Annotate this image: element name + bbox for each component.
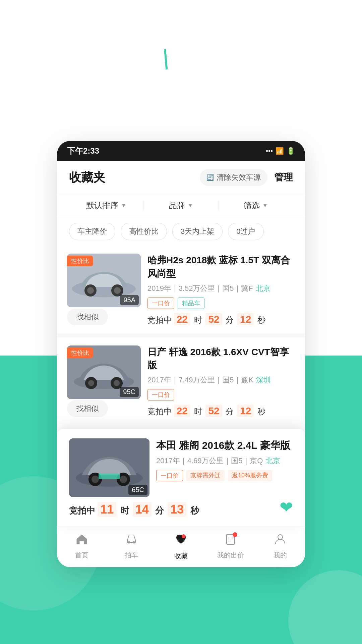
car-tags-1: 一口价 精品车 (147, 298, 295, 309)
clear-invalid-button[interactable]: 🔄 清除失效车源 (200, 169, 267, 186)
bid-icon (224, 532, 237, 549)
car-item[interactable]: 性价比 95A 找相似 哈弗H2s 2018款 蓝标 1.5T 双离合风尚型 2… (57, 246, 305, 333)
bottom-nav: 首页 拍车 (57, 526, 305, 567)
auction-hours-2: 22 (174, 405, 190, 417)
tag-high-value[interactable]: 高性价比 (121, 223, 167, 240)
svg-point-11 (114, 380, 120, 386)
sort-label: 默认排序 (86, 200, 118, 211)
car-emission-1: 国5 (222, 283, 234, 293)
auction-seconds-3: 13 (168, 502, 186, 517)
quality-badge-2: 性价比 (67, 347, 93, 358)
home-icon (75, 532, 88, 549)
screen-arrow: ▼ (262, 203, 268, 209)
car-icon (125, 532, 138, 549)
favorites-icon (174, 532, 188, 549)
filter-bar: 默认排序 ▼ 品牌 ▼ 筛选 ▼ (57, 194, 305, 217)
car-plate-2: 豫K (241, 375, 253, 385)
car-tag-3-2: 返10%服务费 (228, 470, 272, 481)
nav-auction[interactable]: 拍车 (111, 532, 152, 560)
car-year-3: 2017年 (156, 456, 180, 466)
nav-profile[interactable]: 我的 (260, 532, 300, 560)
nav-mybid-label: 我的出价 (217, 551, 244, 560)
brand-label: 品牌 (169, 200, 185, 211)
svg-point-9 (88, 380, 94, 386)
car-tag-1-0: 一口价 (147, 298, 174, 309)
car-meta-2: 2017年 | 7.49万公里 | 国5 | 豫K 深圳 (147, 375, 295, 385)
phone-mockup: 下午2:33 ••• 📶 🔋 收藏夹 🔄 清除失效车源 管理 默认排序 ▼ (57, 141, 305, 567)
status-bar: 下午2:33 ••• 📶 🔋 (57, 141, 305, 161)
favorite-heart-button[interactable]: ❤ (280, 498, 293, 517)
app-header-title: 收藏夹 (69, 169, 105, 186)
auction-seconds-1: 12 (237, 313, 254, 325)
car-emission-3: 国5 (231, 456, 242, 466)
tag-new-listing[interactable]: 3天内上架 (172, 223, 223, 240)
car-year-1: 2019年 (147, 283, 171, 293)
car-location-1: 北京 (256, 283, 270, 293)
car-tags-3: 一口价 京牌需外迁 返10%服务费 (156, 470, 293, 481)
score-badge-3: 65C (128, 485, 147, 495)
header-actions: 🔄 清除失效车源 管理 (200, 169, 293, 186)
car-tag-3-0: 一口价 (156, 470, 183, 481)
wifi-icon: 📶 (276, 147, 284, 155)
car-name-2: 日产 轩逸 2016款 1.6XV CVT智享版 (147, 345, 295, 372)
nav-favorites[interactable]: 收藏 (161, 532, 201, 560)
car-info-1: 哈弗H2s 2018款 蓝标 1.5T 双离合风尚型 2019年 | 3.52万… (147, 254, 295, 325)
car-tag-3-1: 京牌需外迁 (186, 470, 225, 481)
car-image-wrap: 性价比 95A (67, 254, 141, 307)
profile-icon (274, 532, 287, 549)
car-emission-2: 国5 (222, 375, 234, 385)
svg-point-15 (92, 476, 99, 483)
car-tags-2: 一口价 (147, 389, 295, 400)
svg-point-20 (133, 541, 135, 544)
car-plate-3: 京Q (250, 456, 263, 466)
nav-mybid[interactable]: 我的出价 (210, 532, 251, 560)
car-mileage-3: 4.69万公里 (187, 456, 224, 466)
car-item[interactable]: 性价比 95C 找相似 日产 轩逸 2016款 1.6XV CVT智享版 201… (57, 337, 305, 425)
car-image-wrap: 性价比 95C (67, 345, 141, 399)
battery-icon: 🔋 (287, 147, 295, 155)
similar-btn-1[interactable]: 找相似 (67, 309, 108, 325)
screen-label: 筛选 (244, 200, 260, 211)
app-header: 收藏夹 🔄 清除失效车源 管理 (57, 161, 305, 194)
car-tag-1-1: 精品车 (178, 298, 204, 309)
brand-arrow: ▼ (188, 203, 193, 209)
sort-filter[interactable]: 默认排序 ▼ (69, 200, 143, 211)
car-mileage-2: 7.49万公里 (179, 375, 215, 385)
car-location-3: 北京 (265, 456, 280, 466)
car-name-3: 本田 雅阁 2016款 2.4L 豪华版 (156, 438, 293, 452)
tag-owner-discount[interactable]: 车主降价 (69, 223, 115, 240)
nav-auction-label: 拍车 (125, 551, 138, 560)
svg-point-17 (120, 476, 127, 483)
car-meta-3: 2017年 | 4.69万公里 | 国5 | 京Q 北京 (156, 456, 293, 466)
auction-row-3: 竞拍中 11 时 14 分 13 秒 (69, 502, 200, 517)
sort-arrow: ▼ (121, 203, 126, 209)
nav-home-label: 首页 (75, 551, 88, 560)
auction-hours-3: 11 (98, 502, 116, 517)
svg-rect-18 (99, 474, 120, 479)
car-info-3: 本田 雅阁 2016款 2.4L 豪华版 2017年 | 4.69万公里 | 国… (156, 438, 293, 497)
car-image-wrap-3: 65C (69, 438, 149, 497)
auction-row-1: 竞拍中 22 时 52 分 12 秒 (147, 314, 295, 325)
manage-button[interactable]: 管理 (274, 171, 293, 184)
car-meta-1: 2019年 | 3.52万公里 | 国5 | 冀F 北京 (147, 283, 295, 293)
car-item-highlight[interactable]: 65C 本田 雅阁 2016款 2.4L 豪华版 2017年 | 4.69万公里… (57, 429, 305, 526)
nav-home[interactable]: 首页 (62, 532, 102, 560)
auction-seconds-2: 12 (237, 405, 254, 417)
screen-filter[interactable]: 筛选 ▼ (219, 200, 293, 211)
clear-label: 清除失效车源 (217, 172, 261, 182)
car-year-2: 2017年 (147, 375, 171, 385)
tag-zero-transfer[interactable]: 0过户 (228, 223, 263, 240)
auction-minutes-2: 52 (205, 405, 222, 417)
svg-point-21 (182, 534, 186, 538)
signal-icon: ••• (266, 147, 273, 155)
svg-point-26 (278, 535, 283, 539)
brand-filter[interactable]: 品牌 ▼ (144, 200, 218, 211)
status-time: 下午2:33 (67, 146, 99, 156)
auction-label-3: 竞拍中 (69, 505, 95, 516)
similar-btn-2[interactable]: 找相似 (67, 400, 108, 417)
svg-point-3 (87, 287, 94, 294)
car-list: 性价比 95A 找相似 哈弗H2s 2018款 蓝标 1.5T 双离合风尚型 2… (57, 246, 305, 425)
auction-minutes-3: 14 (133, 502, 152, 517)
auction-label-2: 竞拍中 (147, 407, 172, 416)
svg-point-19 (128, 541, 130, 544)
